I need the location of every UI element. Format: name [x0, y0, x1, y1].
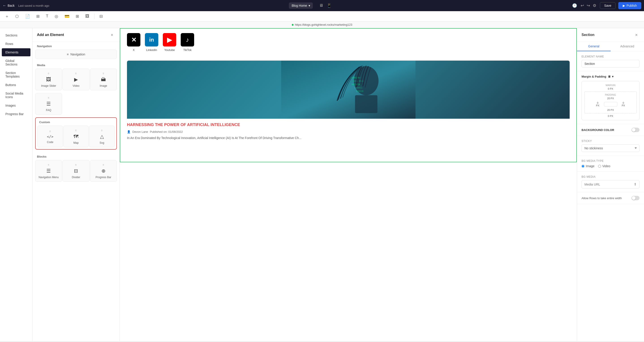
blog-published: Published on: 01/08/2022 — [150, 130, 183, 134]
faq-element[interactable]: ⠿ ☰ FAQ — [35, 93, 62, 115]
monitor-icon: 🖥 — [608, 75, 611, 78]
canvas-frame: ✕ X in LinkedIn ▶ Youtube ♪ TikTok — [120, 28, 577, 162]
padding-right-side: 0 PX — [622, 102, 625, 107]
sidebar-item-buttons[interactable]: Buttons — [2, 81, 30, 89]
blog-meta: 👤 Devon Lane Published on: 01/08/2022 — [127, 130, 570, 134]
youtube-icon: ▶ — [163, 33, 176, 46]
undo-icon[interactable]: ↩ — [580, 2, 585, 9]
layers-icon[interactable]: ⬡ — [14, 13, 20, 20]
redo-icon[interactable]: ↪ — [586, 2, 591, 9]
video-radio[interactable] — [598, 165, 601, 168]
faq-element-grid: ⠿ ☰ FAQ — [32, 93, 120, 117]
grid-icon[interactable]: ⊞ — [74, 13, 80, 20]
saved-text: Last saved a month ago — [18, 4, 49, 7]
panel-close-button[interactable]: × — [109, 32, 115, 38]
video-radio-text: Video — [602, 164, 610, 168]
tab-general[interactable]: General — [577, 42, 611, 51]
save-button[interactable]: Save — [600, 2, 616, 9]
x-icon: ✕ — [127, 33, 140, 46]
dots-decoration: ⠿ — [48, 72, 50, 75]
blog-home-selector[interactable]: Blog Home ▾ — [289, 2, 312, 9]
dots-decoration: ⠿ — [49, 130, 51, 133]
sidebar-item-sections[interactable]: Sections — [2, 31, 30, 39]
linkedin-social-icon-box: in LinkedIn — [145, 33, 158, 52]
back-label: Back — [8, 4, 14, 7]
image-slider-element[interactable]: ⠿ 🖼 Image Slider — [35, 69, 62, 90]
image-label: Image — [100, 84, 107, 87]
image-radio[interactable] — [582, 165, 584, 168]
settings-icon[interactable]: ⚙ — [592, 2, 597, 9]
right-panel-title: Section — [582, 33, 594, 37]
sidebar-item-progress-bar[interactable]: Progress Bar — [2, 110, 30, 118]
publish-play-icon: ▶ — [623, 4, 625, 7]
blog-image: 01001100 1010 0111 00110101 1100011 0101… — [127, 61, 570, 119]
element-name-input[interactable] — [582, 60, 640, 67]
map-element[interactable]: ⠿ 🗺 Map — [63, 126, 89, 147]
navigation-element-item[interactable]: ≡ Navigation — [35, 50, 117, 59]
left-sidebar: Sections Rows Elements Global Sections S… — [0, 28, 32, 341]
svg-element[interactable]: ⠿ △ Svg — [89, 126, 115, 147]
main-layout: Sections Rows Elements Global Sections S… — [0, 28, 644, 341]
navigation-label: Navigation — [70, 52, 85, 56]
code-element[interactable]: ⠿ </> Code — [38, 126, 63, 147]
add-icon[interactable]: ＋ — [4, 13, 10, 20]
desktop-icon[interactable]: 🖥 — [318, 2, 324, 9]
text-icon[interactable]: T — [44, 13, 50, 19]
custom-section: Custom ⠿ </> Code ⠿ 🗺 Map ⠿ △ Svg — [35, 117, 117, 150]
bg-color-toggle[interactable] — [632, 128, 640, 132]
upload-icon[interactable]: ⬆ — [634, 182, 636, 186]
top-bar-left: ← Back Last saved a month ago — [3, 3, 49, 7]
margin-padding-section: Margin & Padding 🖥 ▾ MARGIN 0 PX PADDING… — [577, 71, 644, 124]
video-element[interactable]: ⠿ ▶ Video — [62, 69, 89, 90]
margin-label: MARGIN — [584, 84, 636, 87]
sidebar-item-section-templates[interactable]: Section Templates — [2, 69, 30, 80]
image-radio-label[interactable]: Image — [582, 164, 594, 168]
publish-button[interactable]: ▶ Publish — [618, 2, 641, 9]
canvas: ✕ X in LinkedIn ▶ Youtube ♪ TikTok — [120, 28, 577, 341]
blog-author: Devon Lane — [132, 130, 148, 134]
sidebar-item-social-media-icons[interactable]: Social Media Icons — [2, 89, 30, 101]
bg-media-type-label: BG Media Type — [582, 159, 640, 163]
dots-decoration: ⠿ — [101, 129, 103, 132]
shape-icon[interactable]: ◎ — [53, 13, 60, 20]
top-bar-right: 🕐 ↩ ↪ ⚙ Save ▶ Publish — [572, 2, 641, 9]
mobile-icon[interactable]: 📱 — [326, 2, 332, 9]
device-icons: 🖥 📱 — [318, 2, 332, 9]
code-icon: </> — [47, 135, 53, 139]
media-url-field: ⬆ — [582, 180, 640, 188]
allow-rows-toggle[interactable] — [632, 196, 640, 200]
tab-advanced[interactable]: Advanced — [611, 42, 644, 51]
right-panel-close-button[interactable]: × — [633, 32, 640, 38]
navigation-menu-element[interactable]: ⠿ ☰ Navigation Menu — [35, 160, 62, 182]
youtube-label: Youtube — [164, 48, 175, 52]
dots-decoration: ⠿ — [102, 72, 104, 75]
divider-icon: ⊟ — [74, 168, 78, 174]
video-radio-label[interactable]: Video — [598, 164, 610, 168]
undo-redo: ↩ ↪ ⚙ — [580, 2, 597, 9]
sections-icon[interactable]: ⊞ — [35, 13, 41, 20]
sidebar-item-images[interactable]: Images — [2, 102, 30, 110]
image2-icon[interactable]: 🖼 — [84, 13, 91, 19]
back-button[interactable]: ← Back — [3, 3, 14, 7]
sticky-label: Sticky — [582, 140, 640, 143]
sidebar-item-global-sections[interactable]: Global Sections — [2, 57, 30, 68]
margin-padding-box: MARGIN 0 PX PADDING 20 PX 0 PX 0 PX — [582, 81, 640, 120]
history-icon[interactable]: 🕐 — [572, 3, 577, 8]
credit-card-icon[interactable]: 💳 — [63, 13, 71, 20]
sticky-select[interactable]: No stickiness — [582, 144, 640, 152]
image-element[interactable]: ⠿ 🏔 Image — [90, 69, 117, 90]
youtube-social-icon-box: ▶ Youtube — [163, 33, 176, 52]
navigation-section-label: Navigation — [32, 42, 120, 50]
media-url-input[interactable] — [584, 183, 632, 186]
navigation-icon: ≡ — [67, 52, 68, 56]
sidebar-item-elements[interactable]: Elements — [2, 48, 30, 56]
padding-center-input[interactable] — [604, 102, 617, 106]
sidebar-item-rows[interactable]: Rows — [2, 40, 30, 48]
padding-right-value: 0 — [623, 102, 624, 104]
progress-bar-element[interactable]: ⠿ ⊕ Progress Bar — [90, 160, 117, 182]
divider-element[interactable]: ⠿ ⊟ Divider — [62, 160, 89, 182]
layout-icon[interactable]: ⊟ — [98, 13, 104, 20]
pages-icon[interactable]: 📄 — [24, 13, 31, 20]
navigation-menu-label: Navigation Menu — [38, 176, 59, 179]
navigation-menu-icon: ☰ — [46, 168, 51, 174]
